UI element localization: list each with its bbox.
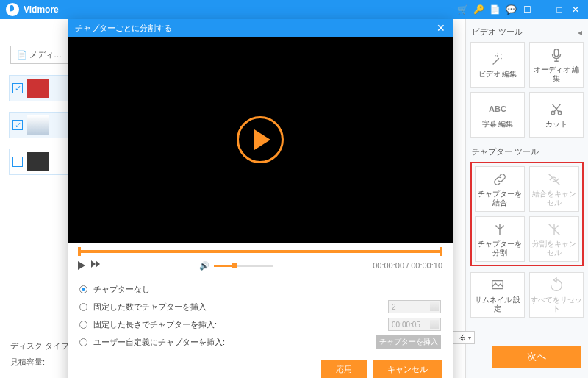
radio-icon[interactable] [79,321,87,329]
capacity-label: 見積容量: [10,357,45,368]
apply-button[interactable]: 応用 [321,360,367,378]
tool-thumbnail[interactable]: サムネイル 設定 [470,272,525,318]
cart-icon[interactable]: 🛒 [456,3,469,16]
dialog-title: チャプターごとに分割する [75,23,172,34]
thumbnail [27,152,49,171]
key-icon[interactable]: 🔑 [472,3,485,16]
feedback-icon[interactable]: ☐ [520,3,534,16]
tool-subtitle-edit[interactable]: ABC字幕 編集 [470,92,525,138]
option-custom[interactable]: ユーザー自定義にチャプターを挿入:チャプターを挿入 [79,333,441,351]
reset-icon [548,277,564,293]
app-logo [6,3,19,16]
abc-icon: ABC [490,101,506,118]
chapter-split-dialog: チャプターごとに分割する ✕ 🔊 00:00:00 / 00:00:10 チ [68,19,453,378]
wand-icon [490,51,506,68]
tool-split-cancel[interactable]: 分割をキャンセル [529,216,579,262]
dialog-close-icon[interactable]: ✕ [437,22,445,34]
thumbnail [27,115,49,135]
image-icon [490,277,506,293]
length-spinner[interactable]: 00:00:05 [388,318,441,331]
close-icon[interactable]: ✕ [569,3,582,16]
insert-chapter-button[interactable]: チャプターを挿入 [376,335,441,349]
svg-point-2 [558,111,562,115]
chapter-tools-highlight: チャプターを結合 結合をキャンセル チャプターを分割 分割をキャンセル [470,162,584,266]
maximize-icon[interactable]: □ [553,3,566,16]
play-small-icon[interactable] [78,261,85,270]
thumbnail [27,79,49,98]
minimize-icon[interactable]: — [537,3,550,16]
split-cancel-icon [546,221,562,238]
collapse-icon[interactable]: ◂ [578,27,582,38]
cancel-button[interactable]: キャンセル [373,360,442,378]
next-button[interactable]: 次へ [492,346,581,368]
tool-cut[interactable]: カット [529,92,584,138]
volume-slider[interactable] [214,265,273,267]
tool-video-edit[interactable]: ビデオ 編集 [470,42,525,88]
unlink-icon [546,171,562,188]
video-preview[interactable] [68,37,453,243]
microphone-icon [548,47,564,63]
seek-bar[interactable] [78,250,442,253]
svg-point-1 [551,111,555,115]
count-spinner[interactable]: 2 [388,300,441,313]
tool-split-chapter[interactable]: チャプターを分割 [475,216,525,262]
doc-icon[interactable]: 📄 [488,3,501,16]
checkbox-icon[interactable]: ✓ [12,120,23,130]
timecode: 00:00:00 / 00:00:10 [373,261,442,270]
volume-icon[interactable]: 🔊 [199,260,209,271]
radio-icon[interactable] [79,303,87,311]
checkbox-icon[interactable] [12,157,23,167]
disk-type-label: ディスク タイプ [10,340,69,352]
tool-merge-chapter[interactable]: チャプターを結合 [475,166,525,212]
radio-icon[interactable] [79,338,87,346]
checkbox-icon[interactable]: ✓ [12,83,23,93]
tool-reset-all[interactable]: すべてをリセット [529,272,584,318]
app-name: Vidmore [24,4,59,15]
radio-icon[interactable] [79,285,87,293]
tool-merge-cancel[interactable]: 結合をキャンセル [529,166,579,212]
add-media-button[interactable]: 📄 メディ… [10,46,68,64]
split-icon [492,221,508,238]
svg-rect-0 [554,49,559,56]
link-icon [492,171,508,188]
tool-audio-edit[interactable]: オーディオ 編集 [529,42,584,88]
option-fixed-length[interactable]: 固定した長さでチャプターを挿入:00:00:05 [79,315,441,333]
chapter-tools-header: チャプター ツール [472,146,539,157]
option-fixed-count[interactable]: 固定した数でチャプターを挿入2 [79,298,441,315]
play-icon [254,129,270,150]
scissors-icon [548,101,564,118]
play-button[interactable] [237,116,284,163]
option-no-chapter[interactable]: チャプターなし [79,280,441,298]
chat-icon[interactable]: 💬 [504,3,517,16]
video-tools-header: ビデオ ツール [472,26,523,38]
fast-forward-icon[interactable] [91,260,103,271]
